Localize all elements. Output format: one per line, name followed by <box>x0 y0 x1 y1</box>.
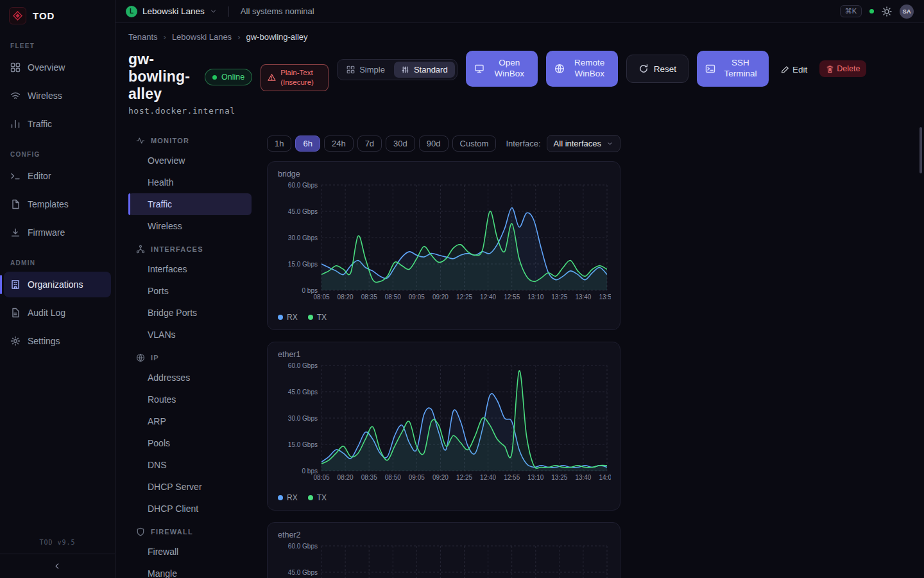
delete-button[interactable]: Delete <box>819 60 866 77</box>
device-nav-item-overview[interactable]: Overview <box>128 150 252 171</box>
scrollbar-thumb[interactable] <box>920 127 922 173</box>
chart-card-ether1: ether160.0 Gbps45.0 Gbps30.0 Gbps15.0 Gb… <box>267 342 620 511</box>
range-pill-90d[interactable]: 90d <box>419 136 449 152</box>
system-status-text: All systems nominal <box>241 6 314 16</box>
remote-winbox-button[interactable]: Remote WinBox <box>546 51 618 87</box>
device-nav-item-firewall[interactable]: Firewall <box>128 541 252 563</box>
legend-dot-icon <box>308 495 313 500</box>
legend-rx: RX <box>278 313 298 322</box>
winbox-icon <box>474 64 484 74</box>
range-pill-1h[interactable]: 1h <box>267 136 291 152</box>
device-nav-item-dhcp-server[interactable]: DHCP Server <box>128 476 252 498</box>
svg-text:14:00: 14:00 <box>599 474 611 481</box>
device-nav-item-bridge-ports[interactable]: Bridge Ports <box>128 302 252 324</box>
device-nav-item-routes[interactable]: Routes <box>128 389 252 410</box>
device-nav-item-pools[interactable]: Pools <box>128 432 252 454</box>
device-nav-section-monitor: MONITOR <box>128 128 252 150</box>
svg-text:08:05: 08:05 <box>313 474 329 481</box>
chart-legend: RXTX <box>278 313 610 322</box>
svg-text:08:35: 08:35 <box>361 293 377 301</box>
device-nav-item-ports[interactable]: Ports <box>128 280 252 302</box>
device-nav-item-health[interactable]: Health <box>128 171 252 193</box>
svg-text:45.0 Gbps: 45.0 Gbps <box>288 388 318 395</box>
chart-title: ether2 <box>278 530 610 539</box>
shield-icon <box>136 527 145 536</box>
mode-simple-button[interactable]: Simple <box>339 62 392 78</box>
wifi-icon <box>10 91 21 101</box>
status-badge: Online <box>205 69 252 85</box>
device-nav-item-dns[interactable]: DNS <box>128 454 252 476</box>
audit-icon <box>10 308 21 318</box>
sidebar-section-config: CONFIG <box>0 139 115 163</box>
device-nav-item-vlans[interactable]: VLANs <box>128 324 252 346</box>
sidebar-section-admin: ADMIN <box>0 248 115 272</box>
tenant-switcher[interactable]: L Lebowski Lanes <box>126 6 217 17</box>
sidebar-item-label: Organizations <box>28 279 83 290</box>
mode-standard-button[interactable]: Standard <box>394 62 455 78</box>
sidebar-item-editor[interactable]: Editor <box>4 163 111 189</box>
svg-text:08:50: 08:50 <box>385 293 401 301</box>
chevron-left-icon <box>53 562 62 570</box>
svg-text:12:55: 12:55 <box>504 474 520 481</box>
breadcrumb-device: gw-bowling-alley <box>246 32 307 42</box>
reset-button[interactable]: Reset <box>626 55 689 83</box>
svg-text:12:40: 12:40 <box>480 474 496 481</box>
device-nav-section-interfaces: INTERFACES <box>128 237 252 258</box>
svg-text:13:25: 13:25 <box>551 474 567 481</box>
sidebar-item-overview[interactable]: Overview <box>4 55 111 80</box>
range-pill-30d[interactable]: 30d <box>386 136 415 152</box>
device-nav-item-interfaces[interactable]: Interfaces <box>128 258 252 280</box>
device-body: MONITOROverviewHealthTrafficWirelessINTE… <box>128 122 909 578</box>
chevron-down-icon <box>606 140 613 147</box>
app-version: TOD v9.5 <box>0 532 115 554</box>
traffic-chart-svg: 60.0 Gbps45.0 Gbps30.0 Gbps15.0 Gbps0 bp… <box>278 541 611 578</box>
sidebar-item-organizations[interactable]: Organizations <box>4 272 111 297</box>
sidebar-item-label: Templates <box>28 199 69 209</box>
device-nav-item-dhcp-client[interactable]: DHCP Client <box>128 498 252 520</box>
building-icon <box>10 279 21 290</box>
svg-text:60.0 Gbps: 60.0 Gbps <box>288 542 318 549</box>
sidebar-item-templates[interactable]: Templates <box>4 191 111 217</box>
open-winbox-button[interactable]: Open WinBox <box>466 51 538 87</box>
globe-icon <box>554 64 565 74</box>
device-nav-item-arp[interactable]: ARP <box>128 410 252 432</box>
command-palette-shortcut[interactable]: ⌘K <box>840 5 862 17</box>
legend-rx: RX <box>278 493 298 502</box>
svg-text:08:35: 08:35 <box>361 474 377 481</box>
svg-text:09:20: 09:20 <box>432 474 449 481</box>
device-nav-item-addresses[interactable]: Addresses <box>128 367 252 389</box>
theme-toggle-button[interactable] <box>882 6 892 17</box>
svg-text:45.0 Gbps: 45.0 Gbps <box>288 568 318 575</box>
network-icon <box>136 245 145 254</box>
sidebar-section-fleet: FLEET <box>0 31 115 55</box>
breadcrumb-tenants[interactable]: Tenants <box>128 32 158 42</box>
device-nav: MONITOROverviewHealthTrafficWirelessINTE… <box>128 122 252 578</box>
app-logo-row: TOD <box>0 0 115 31</box>
edit-button[interactable]: Edit <box>777 60 811 78</box>
svg-text:09:20: 09:20 <box>432 293 449 301</box>
sidebar-item-audit-log[interactable]: Audit Log <box>4 300 111 326</box>
device-nav-item-wireless[interactable]: Wireless <box>128 215 252 237</box>
device-host: host.docker.internal <box>128 106 909 116</box>
range-pill-7d[interactable]: 7d <box>357 136 382 152</box>
range-pill-custom[interactable]: Custom <box>452 136 497 152</box>
ssh-terminal-button[interactable]: SSH Terminal <box>697 51 769 87</box>
sidebar-item-settings[interactable]: Settings <box>4 328 111 354</box>
sidebar-collapse-button[interactable] <box>0 554 115 578</box>
sidebar-item-firmware[interactable]: Firmware <box>4 220 111 245</box>
legend-tx: TX <box>308 313 327 322</box>
range-pill-6h[interactable]: 6h <box>295 136 320 152</box>
svg-text:30.0 Gbps: 30.0 Gbps <box>288 234 318 241</box>
breadcrumb-tenant[interactable]: Lebowski Lanes <box>172 32 232 42</box>
device-nav-item-mangle[interactable]: Mangle <box>128 563 252 578</box>
device-nav-item-traffic[interactable]: Traffic <box>128 193 252 215</box>
sidebar-item-label: Overview <box>28 62 65 73</box>
sidebar-item-traffic[interactable]: Traffic <box>4 111 111 137</box>
page-header: gw-bowling-alley Online Plain-Text (Inse… <box>128 51 909 103</box>
globe-icon <box>136 353 145 362</box>
tenant-name: Lebowski Lanes <box>142 6 205 16</box>
interface-select[interactable]: All interfaces <box>547 135 620 152</box>
user-avatar[interactable]: SA <box>900 4 914 19</box>
sidebar-item-wireless[interactable]: Wireless <box>4 83 111 109</box>
range-pill-24h[interactable]: 24h <box>324 136 354 152</box>
